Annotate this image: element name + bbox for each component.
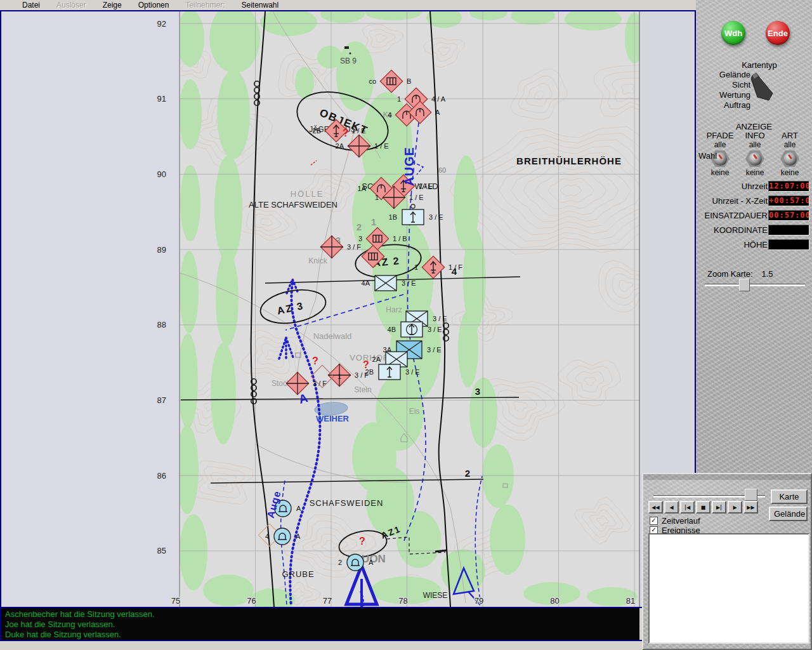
anzeige-info-knob[interactable] — [749, 152, 762, 166]
place-label: Harz — [386, 305, 402, 314]
kartentyp-option-gelnde[interactable]: Gelände — [696, 70, 750, 80]
unit-label-left: 2 — [338, 559, 342, 566]
play-backward-button[interactable]: ◀ — [664, 501, 679, 514]
menu-teilnehmer: Teilnehmer: — [177, 1, 233, 10]
place-label: Knick — [308, 256, 327, 265]
window-bottom-strip — [0, 641, 642, 650]
unit-label-left: 4A — [362, 279, 370, 287]
kartentyp-option-auftrag[interactable]: Auftrag — [696, 100, 750, 110]
unit-label-left: 2A — [372, 355, 381, 363]
clock-label-1: Uhrzeit - X-Zeit — [712, 196, 768, 206]
anzeige-info-keine-label: keine — [738, 168, 771, 177]
anzeige-art-keine-label: keine — [773, 168, 806, 177]
menu-datei[interactable]: Datei — [14, 1, 48, 10]
unit-label-right: 1 — [337, 373, 341, 380]
question-marker: ? — [343, 128, 349, 138]
grid-col-label: 78 — [398, 596, 407, 606]
menu-zeige[interactable]: Zeige — [95, 1, 130, 10]
grid-row-label: 86 — [157, 471, 166, 481]
timeline-slider-handle[interactable] — [745, 489, 757, 501]
question-marker: ? — [359, 536, 365, 547]
clock-label-4: HÖHE — [743, 240, 768, 249]
unit-label-left: 3 — [358, 235, 362, 242]
place-label: ALTE SCHAFSWEIDEN — [249, 200, 337, 209]
anzeige-pfade-label: PFADE — [704, 131, 737, 140]
place-label: Eis — [409, 407, 420, 416]
unit-label-right: A — [296, 505, 301, 512]
place-label: Stein — [354, 385, 371, 394]
menu-seitenwahl[interactable]: Seitenwahl — [233, 1, 287, 10]
unit-label-right: 3 / E — [433, 315, 447, 322]
playback-buttons: ◀◀◀|◀■▶|▶▶▶ — [648, 501, 758, 514]
unit-label-right: 3 / E — [427, 346, 442, 354]
grid-col-label: 80 — [550, 596, 559, 606]
menu-bar: DateiAuslöserZeigeOptionenTeilnehmer:Sei… — [0, 0, 696, 10]
unit-label-right: 4 / A — [431, 95, 446, 103]
log-message: Aschenbecher hat die Sitzung verlassen. — [5, 609, 636, 620]
phase-line-number: 3 — [475, 386, 480, 397]
message-log: Aschenbecher hat die Sitzung verlassen.J… — [1, 608, 639, 640]
grid-row-label: 91 — [157, 94, 166, 103]
anzeige-art-label: ART — [773, 131, 806, 140]
gelaende-button[interactable]: Gelände — [769, 507, 808, 521]
unit-label-right: 3 / E — [402, 279, 416, 287]
grid-row-label: 89 — [157, 245, 166, 255]
place-label: WEIHER — [316, 414, 350, 423]
play-button[interactable]: ▶ — [728, 501, 742, 514]
grid-ref-label: 60 — [438, 166, 446, 174]
wahl-label: Wahl — [698, 151, 717, 161]
clock-displays: Uhrzeit12:07:00Uhrzeit - X-Zeit+00:57:00… — [696, 182, 812, 251]
menu-auslser: Auslöser — [48, 1, 95, 10]
anzeige-pfade-keine-label: keine — [704, 168, 737, 177]
clock-display-2: 00:57:00 — [768, 210, 809, 221]
log-message: Joe hat die Sitzung verlassen. — [5, 620, 636, 630]
karte-button[interactable]: Karte — [771, 489, 808, 504]
map-zoom-slider[interactable] — [705, 278, 805, 291]
grid-col-label: 76 — [247, 596, 256, 606]
checkbox-zeitverlauf-box[interactable]: ✓ — [650, 517, 658, 525]
place-label: SCHAFSWEIDEN — [310, 498, 384, 508]
zoom-karte-row: Zoom Karte:1.5 — [707, 269, 773, 279]
unit-label-right: 3 / E — [428, 326, 442, 333]
clock-label-2: EINSATZDAUER — [705, 211, 768, 220]
ende-button[interactable]: Ende — [766, 21, 790, 45]
pen-cursor-icon — [750, 72, 775, 102]
anzeige-art-knob[interactable] — [783, 152, 797, 166]
unit-label-right: 3 / E — [405, 368, 420, 376]
anzeige-pfade-alle-label: alle — [704, 140, 737, 149]
checkbox-zeitverlauf[interactable]: ✓Zeitverlauf — [650, 516, 700, 525]
kartentyp-option-wertung[interactable]: Wertung — [696, 90, 750, 100]
lane-number: 2 — [357, 222, 362, 232]
clock-label-3: KOORDINATE — [714, 225, 768, 235]
grid-row-label: 88 — [157, 320, 166, 329]
unit-label-left: 4 — [388, 111, 391, 119]
clock-display-1: +00:57:00 — [768, 196, 809, 206]
unit-label-right: 1 / E — [419, 182, 433, 190]
question-marker: ? — [363, 359, 369, 370]
skip-start-button[interactable]: |◀ — [680, 501, 695, 514]
kartentyp-option-sicht[interactable]: Sicht — [696, 80, 750, 90]
fast-forward-button[interactable]: ▶▶ — [743, 501, 758, 514]
rewind-button[interactable]: ◀◀ — [648, 501, 663, 514]
grid-col-label: 77 — [323, 596, 332, 606]
playback-panel: ◀◀◀|◀■▶|▶▶▶ ✓Zeitverlauf✓Ereignisse Kart… — [642, 473, 812, 650]
skip-end-button[interactable]: ▶| — [712, 501, 726, 514]
unit-label-right: 3 / E — [429, 213, 443, 221]
stop-button[interactable]: ■ — [696, 501, 710, 514]
tactical-map[interactable]: 432OBJEKTAZ 2AZ 3AZ1SB 9KoJÄGERHAUSHÖLLE… — [1, 11, 695, 607]
zoom-slider-handle[interactable] — [739, 279, 750, 291]
anzeige-knobs: PFADEallekeineINFOallekeineARTallekeine — [704, 131, 806, 177]
map-viewport[interactable]: 432OBJEKTAZ 2AZ 3AZ1SB 9KoJÄGERHAUSHÖLLE… — [1, 11, 695, 607]
unit-label-right: A — [369, 559, 374, 566]
unit-label-right: 3 / F — [313, 380, 327, 387]
unit-label-left: 1A — [358, 185, 367, 192]
event-listbox[interactable] — [648, 533, 809, 644]
place-label: VORHOF — [350, 353, 389, 362]
grid-row-label: 85 — [157, 546, 166, 555]
unit-label-right: 1 / E — [351, 127, 366, 135]
menu-optionen[interactable]: Optionen — [130, 1, 178, 10]
checkbox-zeitverlauf-label: Zeitverlauf — [662, 516, 700, 526]
clock-display-4 — [768, 239, 809, 250]
phase-line-number: 2 — [465, 468, 470, 479]
wdh-button[interactable]: Wdh — [721, 21, 745, 45]
